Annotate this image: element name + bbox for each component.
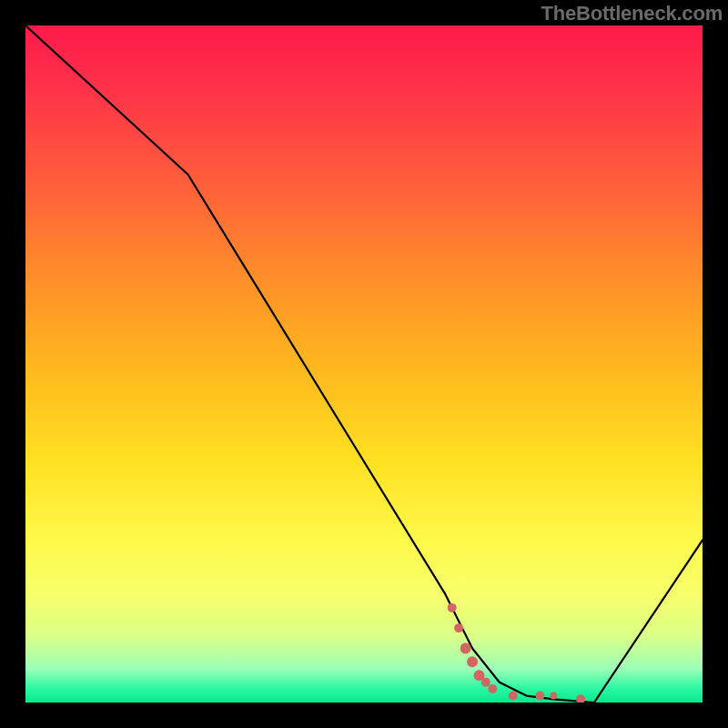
chart-plot-area xyxy=(25,25,703,703)
watermark-text: TheBottleneck.com xyxy=(541,2,723,25)
chart-background-gradient xyxy=(25,25,703,703)
chart-frame xyxy=(24,24,704,704)
